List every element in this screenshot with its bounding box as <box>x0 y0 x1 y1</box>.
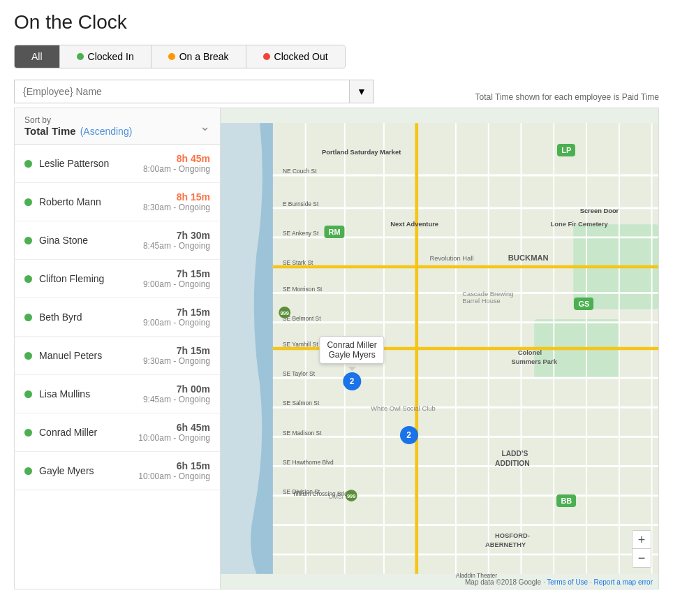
employee-hours: 6h 15m <box>138 460 210 471</box>
search-dropdown-button[interactable]: ▼ <box>349 80 374 103</box>
employee-time-block: 7h 00m 9:45am - Ongoing <box>143 383 210 404</box>
employee-status-dot <box>24 314 32 321</box>
sort-value: Total Time (Ascending) <box>24 125 132 137</box>
employee-status-dot <box>24 390 32 398</box>
employee-status-dot <box>24 275 32 283</box>
employee-hours: 7h 00m <box>143 383 210 395</box>
employee-hours: 7h 15m <box>143 268 210 279</box>
employee-status-dot <box>24 160 32 168</box>
employee-item[interactable]: Conrad Miller 6h 45m 10:00am - Ongoing <box>15 413 220 452</box>
employee-name: Gina Stone <box>39 235 143 246</box>
employee-time-block: 7h 30m 8:45am - Ongoing <box>143 230 210 251</box>
employee-range: 9:00am - Ongoing <box>143 318 210 328</box>
filter-tabs: All Clocked In On a Break Clocked Out <box>14 45 346 68</box>
employee-range: 8:30am - Ongoing <box>143 203 210 212</box>
cluster-1-tooltip: Conrad MillerGayle Myers <box>319 336 384 364</box>
tab-all[interactable]: All <box>15 45 60 68</box>
page-title: On the Clock <box>14 11 659 34</box>
employee-range: 10:00am - Ongoing <box>138 433 210 443</box>
employee-hours: 6h 45m <box>138 422 210 433</box>
employee-name: Lisa Mullins <box>39 388 143 399</box>
employee-time-block: 7h 15m 9:00am - Ongoing <box>143 307 210 328</box>
employee-status-dot <box>24 198 32 206</box>
employee-range: 8:00am - Ongoing <box>143 164 210 174</box>
sort-order: (Ascending) <box>80 126 133 137</box>
map-zoom-controls: + − <box>632 530 651 568</box>
tab-clocked-out-label: Clocked Out <box>274 51 328 62</box>
employee-item[interactable]: Leslie Patterson 8h 45m 8:00am - Ongoing <box>15 145 220 183</box>
employee-range: 9:00am - Ongoing <box>143 279 210 289</box>
employee-hours: 7h 15m <box>143 307 210 318</box>
report-map-error-link[interactable]: Report a map error <box>594 578 653 586</box>
employee-status-dot <box>24 237 32 244</box>
employee-time-block: 6h 45m 10:00am - Ongoing <box>138 422 210 443</box>
cluster-1[interactable]: Conrad MillerGayle Myers 2 <box>319 336 384 390</box>
employee-name: Clifton Fleming <box>39 273 143 284</box>
tab-on-a-break[interactable]: On a Break <box>151 45 246 68</box>
employee-item[interactable]: Lisa Mullins 7h 00m 9:45am - Ongoing <box>15 375 220 413</box>
main-area: Sort by Total Time (Ascending) ⌄ Leslie … <box>14 108 659 589</box>
employee-status-dot <box>24 352 32 360</box>
map-pin-GS[interactable]: GS <box>574 298 593 310</box>
tab-all-label: All <box>31 51 43 62</box>
tab-on-a-break-label: On a Break <box>179 51 229 62</box>
map-pin-RM[interactable]: RM <box>324 226 344 238</box>
employee-list-items: Leslie Patterson 8h 45m 8:00am - Ongoing… <box>15 145 220 490</box>
employee-range: 9:30am - Ongoing <box>143 356 210 366</box>
employee-name: Manuel Peters <box>39 350 143 361</box>
employee-hours: 7h 15m <box>143 345 210 356</box>
employee-name: Gayle Myers <box>39 465 138 476</box>
employee-name: Leslie Patterson <box>39 158 143 169</box>
employee-time-block: 8h 15m 8:30am - Ongoing <box>143 191 210 212</box>
zoom-out-button[interactable]: − <box>633 549 651 567</box>
employee-range: 8:45am - Ongoing <box>143 241 210 251</box>
employee-name: Conrad Miller <box>39 427 138 438</box>
tab-clocked-in-label: Clocked In <box>88 51 134 62</box>
map-container: NE Couch St E Burnside St SE Ankeny St S… <box>221 108 658 589</box>
map-area: NE Couch St E Burnside St SE Ankeny St S… <box>221 108 658 589</box>
employee-item[interactable]: Manuel Peters 7h 15m 9:30am - Ongoing <box>15 337 220 375</box>
on-break-dot <box>168 53 175 60</box>
employee-time-block: 6h 15m 10:00am - Ongoing <box>138 460 210 481</box>
employee-item[interactable]: Gayle Myers 6h 15m 10:00am - Ongoing <box>15 452 220 490</box>
cluster-2[interactable]: 2 <box>400 426 418 444</box>
employee-item[interactable]: Clifton Fleming 7h 15m 9:00am - Ongoing <box>15 260 220 298</box>
employee-hours: 7h 30m <box>143 230 210 241</box>
paid-time-note: Total Time shown for each employee is Pa… <box>475 92 659 102</box>
tab-clocked-in[interactable]: Clocked In <box>60 45 151 68</box>
employee-time-block: 8h 45m 8:00am - Ongoing <box>143 153 210 174</box>
tab-clocked-out[interactable]: Clocked Out <box>246 45 345 68</box>
map-credit: Map data ©2018 Google · Terms of Use · R… <box>465 578 653 586</box>
employee-status-dot <box>24 467 32 475</box>
employee-time-block: 7h 15m 9:00am - Ongoing <box>143 268 210 289</box>
cluster-1-marker[interactable]: 2 <box>343 372 361 390</box>
employee-item[interactable]: Roberto Mann 8h 15m 8:30am - Ongoing <box>15 183 220 221</box>
employee-time-block: 7h 15m 9:30am - Ongoing <box>143 345 210 366</box>
map-pin-LP[interactable]: LP <box>557 144 575 156</box>
employee-name: Roberto Mann <box>39 196 143 207</box>
map-pin-BB[interactable]: BB <box>556 494 576 507</box>
zoom-in-button[interactable]: + <box>633 531 651 549</box>
sort-header[interactable]: Sort by Total Time (Ascending) ⌄ <box>15 108 220 145</box>
sort-chevron-icon: ⌄ <box>200 119 210 134</box>
employee-item[interactable]: Beth Byrd 7h 15m 9:00am - Ongoing <box>15 298 220 337</box>
sort-label: Sort by <box>24 115 132 125</box>
clocked-out-dot <box>263 53 270 60</box>
employee-hours: 8h 15m <box>143 191 210 203</box>
employee-list: Sort by Total Time (Ascending) ⌄ Leslie … <box>15 108 221 589</box>
employee-range: 9:45am - Ongoing <box>143 395 210 404</box>
employee-range: 10:00am - Ongoing <box>138 471 210 481</box>
employee-status-dot <box>24 429 32 437</box>
search-input[interactable] <box>14 80 349 103</box>
clocked-in-dot <box>77 53 84 60</box>
employee-hours: 8h 45m <box>143 153 210 164</box>
employee-name: Beth Byrd <box>39 311 143 323</box>
terms-of-use-link[interactable]: Terms of Use <box>547 578 588 586</box>
employee-item[interactable]: Gina Stone 7h 30m 8:45am - Ongoing <box>15 221 220 260</box>
